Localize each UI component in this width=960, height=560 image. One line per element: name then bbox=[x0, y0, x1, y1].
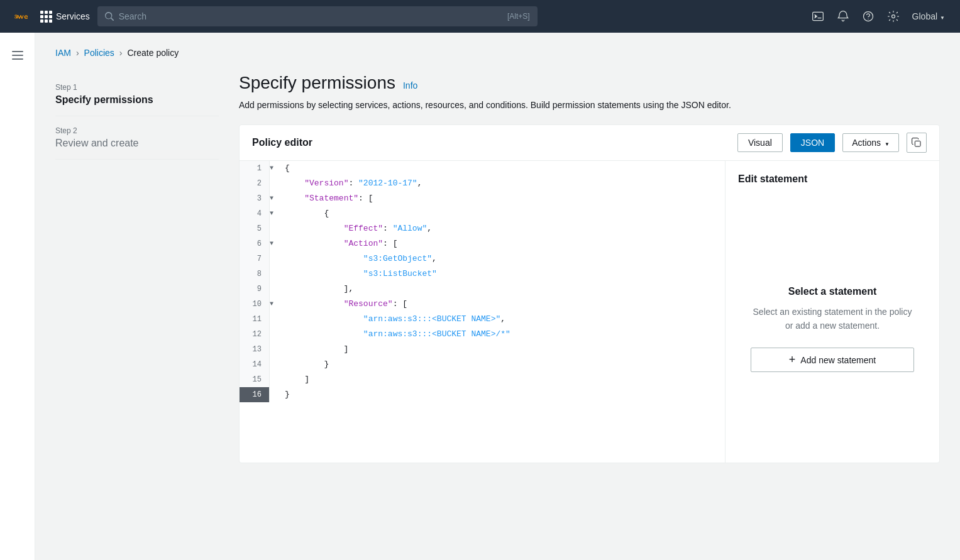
right-panel: Specify permissions Info Add permissions… bbox=[239, 73, 940, 463]
content-area: Step 1 Specify permissions Step 2 Review… bbox=[55, 73, 940, 463]
breadcrumb-policies[interactable]: Policies bbox=[84, 48, 114, 58]
main-content: IAM › Policies › Create policy Step 1 Sp… bbox=[35, 33, 960, 560]
help-icon[interactable] bbox=[857, 5, 880, 28]
page-description: Add permissions by selecting services, a… bbox=[239, 98, 940, 112]
copy-icon bbox=[912, 138, 922, 148]
step-2-label: Step 2 bbox=[55, 126, 219, 135]
actions-chevron-icon bbox=[885, 138, 890, 148]
line-content-11: "arn:aws:s3:::<BUCKET NAME>", bbox=[280, 312, 505, 327]
line-content-5: "Effect": "Allow", bbox=[280, 221, 432, 236]
actions-button[interactable]: Actions bbox=[842, 133, 899, 152]
line-num-4: 4 bbox=[240, 206, 270, 221]
code-editor[interactable]: 1 ▼ { 2 "Version": "2012-10-17", bbox=[240, 161, 726, 463]
search-icon bbox=[105, 12, 114, 21]
fold-icon-6[interactable]: ▼ bbox=[270, 236, 280, 251]
line-content-1: { bbox=[280, 161, 290, 176]
side-navigation bbox=[0, 33, 35, 560]
visual-tab-button[interactable]: Visual bbox=[737, 133, 783, 152]
aws-logo[interactable] bbox=[10, 5, 33, 28]
line-num-3: 3 bbox=[240, 191, 270, 206]
step-2-title: Review and create bbox=[55, 138, 219, 149]
search-input[interactable] bbox=[119, 11, 502, 21]
line-content-3: "Statement": [ bbox=[280, 191, 373, 206]
code-line-6: 6 ▼ "Action": [ bbox=[240, 236, 725, 251]
region-chevron-icon bbox=[940, 11, 945, 21]
steps-panel: Step 1 Specify permissions Step 2 Review… bbox=[55, 73, 219, 463]
edit-statement-title: Edit statement bbox=[738, 173, 927, 185]
line-content-8: "s3:ListBucket" bbox=[280, 266, 437, 282]
breadcrumb-sep-2: › bbox=[119, 48, 123, 58]
line-num-8: 8 bbox=[240, 266, 270, 282]
code-line-13: 13 ] bbox=[240, 342, 725, 357]
add-new-statement-button[interactable]: + Add new statement bbox=[751, 348, 914, 372]
line-num-15: 15 bbox=[240, 372, 270, 387]
step-1-title: Specify permissions bbox=[55, 94, 219, 106]
code-line-9: 9 ], bbox=[240, 282, 725, 297]
select-statement-heading: Select a statement bbox=[788, 286, 877, 297]
line-num-16: 16 bbox=[240, 387, 270, 402]
page-title-row: Specify permissions Info bbox=[239, 73, 940, 93]
plus-icon: + bbox=[789, 353, 796, 366]
breadcrumb-sep-1: › bbox=[76, 48, 79, 58]
fold-icon-10[interactable]: ▼ bbox=[270, 297, 280, 312]
hamburger-menu-icon[interactable] bbox=[5, 43, 30, 68]
services-menu[interactable]: Services bbox=[40, 11, 90, 23]
svg-point-2 bbox=[891, 15, 895, 18]
code-line-4: 4 ▼ { bbox=[240, 206, 725, 221]
code-line-8: 8 "s3:ListBucket" bbox=[240, 266, 725, 282]
line-content-6: "Action": [ bbox=[280, 236, 397, 251]
svg-point-1 bbox=[863, 12, 873, 21]
json-tab-button[interactable]: JSON bbox=[790, 133, 835, 152]
line-content-9: ], bbox=[280, 282, 353, 297]
code-line-2: 2 "Version": "2012-10-17", bbox=[240, 176, 725, 191]
line-num-7: 7 bbox=[240, 251, 270, 266]
line-content-14: } bbox=[280, 357, 329, 372]
cloudshell-icon[interactable] bbox=[807, 5, 829, 28]
editor-body: 1 ▼ { 2 "Version": "2012-10-17", bbox=[240, 161, 939, 463]
line-content-10: "Resource": [ bbox=[280, 297, 407, 312]
info-link[interactable]: Info bbox=[403, 80, 417, 91]
fold-icon-1[interactable]: ▼ bbox=[270, 161, 280, 176]
line-num-12: 12 bbox=[240, 327, 270, 342]
svg-rect-4 bbox=[12, 55, 23, 56]
line-num-9: 9 bbox=[240, 282, 270, 297]
code-line-14: 14 } bbox=[240, 357, 725, 372]
code-line-7: 7 "s3:GetObject", bbox=[240, 251, 725, 266]
line-num-2: 2 bbox=[240, 176, 270, 191]
select-statement-desc: Select an existing statement in the poli… bbox=[751, 305, 914, 333]
fold-icon-4[interactable]: ▼ bbox=[270, 206, 280, 221]
line-num-5: 5 bbox=[240, 221, 270, 236]
step-2: Step 2 Review and create bbox=[55, 116, 219, 160]
line-content-2: "Version": "2012-10-17", bbox=[280, 176, 422, 191]
step-1-label: Step 1 bbox=[55, 83, 219, 92]
line-num-14: 14 bbox=[240, 357, 270, 372]
nav-right-icons: Global bbox=[807, 5, 950, 28]
copy-button[interactable] bbox=[907, 133, 927, 153]
line-content-13: ] bbox=[280, 342, 348, 357]
page-title: Specify permissions bbox=[239, 73, 395, 93]
code-line-1: 1 ▼ { bbox=[240, 161, 725, 176]
step-1: Step 1 Specify permissions bbox=[55, 73, 219, 116]
fold-icon-3[interactable]: ▼ bbox=[270, 191, 280, 206]
svg-rect-5 bbox=[12, 58, 23, 60]
select-statement-area: Select a statement Select an existing st… bbox=[738, 195, 927, 450]
breadcrumb: IAM › Policies › Create policy bbox=[55, 48, 940, 58]
notifications-icon[interactable] bbox=[832, 5, 854, 28]
line-num-6: 6 bbox=[240, 236, 270, 251]
settings-icon[interactable] bbox=[882, 5, 905, 28]
edit-statement-panel: Edit statement Select a statement Select… bbox=[726, 161, 939, 463]
line-content-7: "s3:GetObject", bbox=[280, 251, 437, 266]
line-num-1: 1 bbox=[240, 161, 270, 176]
line-content-15: ] bbox=[280, 372, 309, 387]
svg-rect-6 bbox=[915, 141, 920, 147]
breadcrumb-iam[interactable]: IAM bbox=[55, 48, 71, 58]
top-navigation: Services [Alt+S] Global bbox=[0, 0, 960, 33]
code-line-15: 15 ] bbox=[240, 372, 725, 387]
code-line-3: 3 ▼ "Statement": [ bbox=[240, 191, 725, 206]
search-shortcut: [Alt+S] bbox=[507, 12, 530, 21]
code-line-16: 16 } bbox=[240, 387, 725, 402]
line-num-11: 11 bbox=[240, 312, 270, 327]
search-bar[interactable]: [Alt+S] bbox=[97, 6, 538, 26]
line-num-13: 13 bbox=[240, 342, 270, 357]
region-selector[interactable]: Global bbox=[907, 11, 950, 21]
